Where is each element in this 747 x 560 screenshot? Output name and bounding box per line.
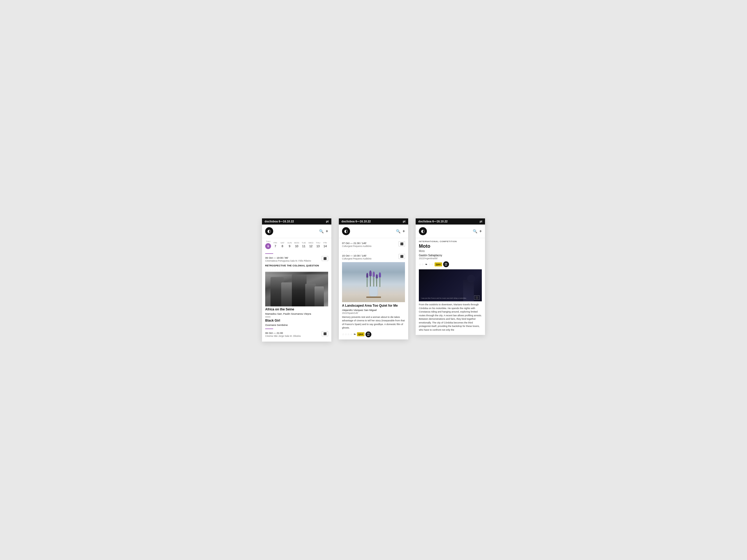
cal-label-1: THU	[266, 240, 270, 243]
film-original-title-moto: Moto	[419, 249, 482, 252]
cal-day-mon-10[interactable]: MON 10	[294, 242, 300, 248]
badge-em-p3: EMWP	[443, 261, 449, 267]
phone-3-content: INTERNATIONAL COMPETITION Moto Moto Gast…	[416, 238, 485, 335]
film-director-blackgirl: Ousmane Sembène	[265, 323, 328, 326]
competition-label: INTERNATIONAL COMPETITION	[419, 240, 482, 243]
badges-row-p3: ☆ ☆ ❧ ☆ ☆ Q&A EMWP	[419, 261, 482, 267]
phone-3-title: doclisboa 6—16.10.22	[418, 220, 448, 223]
plus-icon-2[interactable]: +	[403, 229, 405, 234]
dots-1: . . . . . . . . .	[265, 268, 328, 271]
star-4-p3: ☆	[431, 263, 434, 266]
phone-2: doclisboa 6—16.10.22 pt ◐ 🔍 + 07 Oct — 2…	[339, 218, 408, 340]
stars-p3-b: ☆ ☆	[429, 263, 434, 266]
phone-2-content: 07 Oct — 21:30 / 145' Culturgest Pequeno…	[339, 238, 408, 340]
cal-day-thu-13[interactable]: THU 13	[315, 242, 321, 248]
section-label-1: RETROSPECTIVE THE COLONIAL QUESTION	[265, 264, 328, 267]
film-divider-1	[265, 317, 271, 317]
moon-icon-3: ◐	[421, 229, 425, 234]
doclisboa-logo-1[interactable]: ◐	[265, 227, 273, 235]
cal-num-1: 6	[265, 243, 271, 249]
session-2-info: 06 Oct — 21:00 Cinema São Jorge Sala M. …	[265, 331, 301, 338]
badge-em-p2: EMWP	[365, 331, 371, 337]
badge-qa-p2: Q&A	[357, 332, 364, 336]
phone2-session-1-time: 07 Oct — 21:30 / 145'	[342, 241, 371, 245]
phone-1-lang: pt	[326, 220, 329, 223]
screen-icon-1[interactable]: ⬛	[322, 256, 328, 261]
laurel-p3: ❧	[425, 263, 428, 266]
phone-2-header: doclisboa 6—16.10.22 pt	[339, 218, 408, 224]
moon-icon-1: ◐	[267, 229, 271, 234]
film-title-landscaped: A Landscaped Area Too Quiet for Me	[342, 304, 405, 308]
phone2-session-1-venue: Culturgest Pequeno Auditório	[342, 245, 371, 248]
screen-icon-p2-1[interactable]: ⬛	[398, 241, 405, 246]
purple-line-2	[265, 328, 273, 329]
badge-qa-p3: Q&A	[435, 262, 442, 266]
phones-container: doclisboa 6—16.10.22 pt ◐ 🔍 + THU 6 FRI …	[251, 203, 496, 357]
film-caption-overlay: I was just like Franco and his music was…	[421, 297, 480, 299]
cal-day-fri-14[interactable]: FRI 14	[322, 242, 328, 248]
moon-icon-2: ◐	[344, 229, 348, 234]
doclisboa-logo-3[interactable]: ◐	[419, 227, 427, 235]
phone2-session-2-info: 15 Oct — 10:30 / 145' Culturgest Pequeno…	[342, 254, 371, 261]
phone2-session-row-2: 15 Oct — 10:30 / 145' Culturgest Pequeno…	[342, 254, 405, 261]
star-3-p3: ☆	[429, 263, 431, 266]
nav-icons-3: 🔍 +	[473, 229, 482, 234]
film-title-blackgirl: Black Girl	[265, 319, 328, 323]
film-director-landscaped: Alejandro Vázquez San Miguel	[342, 309, 405, 312]
session-2-time: 06 Oct — 21:00	[265, 331, 301, 335]
laurel-left-p2: ❧	[354, 332, 356, 336]
film-image-moto: I was just like Franco and his music was…	[419, 269, 482, 301]
phone-2-lang: pt	[403, 220, 406, 223]
film-image-africa	[265, 272, 328, 306]
cal-day-sat-8[interactable]: SAT 8	[279, 242, 285, 248]
badges-row-p2: ☆ ☆ ☆ ☆ ❧ Q&A EMWP	[342, 331, 405, 337]
stars-p3: ☆ ☆	[419, 263, 424, 266]
cal-day-thu-6[interactable]: THU 6	[265, 240, 271, 249]
phone2-session-row-1: 07 Oct — 21:30 / 145' Culturgest Pequeno…	[342, 241, 405, 248]
cal-day-fri-7[interactable]: FRI 7	[273, 242, 279, 248]
phone-3-header: doclisboa 6—16.10.22 pt	[416, 218, 485, 224]
film-director-moto: Gastón Sahajdacny	[419, 254, 482, 257]
dots-p2: . . . . . . . . .	[342, 249, 405, 252]
film-description-landscaped: Memory prevents rest and a woman about t…	[342, 316, 405, 330]
star-1-p2: ☆	[342, 333, 344, 336]
phone-3-nav: ◐ 🔍 +	[416, 224, 485, 238]
screen-icon-2[interactable]: ⬛	[322, 331, 328, 336]
film-director-africa: Mamadou Sarr, Paulin Soumanou Vieyra	[265, 312, 328, 315]
search-icon-3[interactable]: 🔍	[473, 229, 477, 233]
cal-day-tue-11[interactable]: TUE 11	[301, 242, 307, 248]
film-title-moto: Moto	[419, 243, 482, 249]
phone-2-nav: ◐ 🔍 +	[339, 224, 408, 238]
session-row-2: 06 Oct — 21:00 Cinema São Jorge Sala M. …	[265, 331, 328, 338]
director-name-moto: Gastón Sahajdacny	[419, 254, 442, 257]
film-caption-text: I was just like Franco and his music was…	[421, 297, 467, 299]
screen-icon-p3[interactable]: ⬛	[474, 295, 480, 300]
search-icon-2[interactable]: 🔍	[396, 229, 401, 233]
phone-1-nav: ◐ 🔍 +	[262, 224, 331, 238]
phone-1-header: doclisboa 6—16.10.22 pt	[262, 218, 331, 224]
star-2-p3: ☆	[421, 263, 424, 266]
search-icon-1[interactable]: 🔍	[319, 229, 324, 233]
session-2-venue: Cinema São Jorge Sala M. Oliveira	[265, 335, 301, 338]
phone2-session-1-info: 07 Oct — 21:30 / 145' Culturgest Pequeno…	[342, 241, 371, 248]
session-1-time: 06 Oct — 19:00 / 86'	[265, 256, 311, 260]
film-description-moto: From the outskirts to downtown, Mariano …	[419, 303, 482, 332]
film-meta-moto: 2022/Argentina/66'	[419, 257, 482, 260]
cal-day-sun-9[interactable]: SUN 9	[286, 242, 293, 248]
star-2-p2: ☆	[345, 333, 347, 336]
nav-icons-2: 🔍 +	[396, 229, 405, 234]
calendar-strip-1: THU 6 FRI 7 SAT 8 SUN 9 MON 10 TUE 11	[262, 238, 331, 250]
session-1-venue: Cinemateca Portuguesa Sala M. Félix Ribe…	[265, 260, 311, 263]
plus-icon-3[interactable]: +	[480, 229, 482, 234]
stars-p2: ☆ ☆ ☆ ☆	[342, 333, 353, 336]
session-1-info: 06 Oct — 19:00 / 86' Cinemateca Portugue…	[265, 256, 311, 263]
film-image-landscaped	[342, 262, 405, 302]
screen-icon-p2-2[interactable]: ⬛	[398, 254, 405, 259]
phone-3-lang: pt	[480, 220, 482, 223]
doclisboa-logo-2[interactable]: ◐	[342, 227, 350, 235]
plus-icon-1[interactable]: +	[326, 229, 328, 234]
cal-day-wed-12[interactable]: WED 12	[308, 242, 314, 248]
star-4-p2: ☆	[350, 333, 353, 336]
phone-2-title: doclisboa 6—16.10.22	[341, 220, 371, 223]
star-1-p3: ☆	[419, 263, 421, 266]
